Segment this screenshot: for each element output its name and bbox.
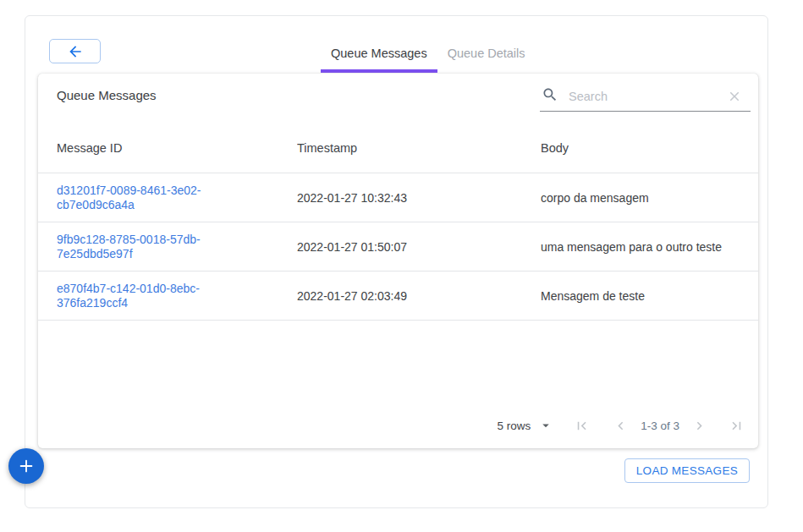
- last-page-icon: [729, 418, 745, 434]
- column-header-timestamp: Timestamp: [297, 141, 541, 155]
- last-page-button[interactable]: [729, 418, 745, 434]
- timestamp-cell: 2022-01-27 02:03:49: [297, 289, 541, 303]
- rows-per-page-select[interactable]: 5 rows: [497, 418, 553, 433]
- tab-label: Queue Messages: [331, 47, 427, 60]
- first-page-icon: [574, 418, 590, 434]
- prev-page-button[interactable]: [613, 418, 629, 434]
- tab-bar: Queue Messages Queue Details: [321, 40, 536, 73]
- table-row: e870f4b7-c142-01d0-8ebc-376fa219ccf4 202…: [38, 271, 758, 321]
- add-message-fab[interactable]: [8, 448, 44, 484]
- column-header-body: Body: [541, 141, 758, 155]
- search-icon: [542, 86, 558, 107]
- table-header: Message ID Timestamp Body: [38, 123, 758, 173]
- body-cell: corpo da mensagem: [541, 191, 758, 205]
- message-id-link[interactable]: d31201f7-0089-8461-3e02-cb7e0d9c6a4a: [57, 184, 231, 212]
- plus-icon: [17, 457, 36, 475]
- column-header-message-id: Message ID: [38, 141, 297, 155]
- timestamp-cell: 2022-01-27 10:32:43: [297, 191, 541, 205]
- tab-label: Queue Details: [448, 47, 525, 60]
- back-button[interactable]: [49, 39, 101, 63]
- queue-messages-card: Queue Messages Message ID Timestamp Body…: [38, 74, 758, 448]
- search-box: [540, 85, 751, 112]
- body-cell: uma mensagem para o outro teste: [541, 240, 758, 254]
- chevron-right-icon: [691, 418, 707, 434]
- body-cell: Mensagem de teste: [541, 289, 758, 303]
- search-input[interactable]: [569, 90, 727, 107]
- chevron-left-icon: [613, 418, 629, 434]
- dropdown-caret-icon: [538, 418, 553, 433]
- card-title: Queue Messages: [57, 87, 157, 104]
- queue-panel: Queue Messages Queue Details Queue Messa…: [25, 15, 768, 508]
- next-page-button[interactable]: [691, 418, 707, 434]
- load-messages-button[interactable]: LOAD MESSAGES: [624, 458, 750, 483]
- message-id-link[interactable]: e870f4b7-c142-01d0-8ebc-376fa219ccf4: [57, 282, 231, 310]
- table-row: d31201f7-0089-8461-3e02-cb7e0d9c6a4a 202…: [38, 173, 758, 222]
- tab-queue-details[interactable]: Queue Details: [437, 40, 536, 73]
- tab-queue-messages[interactable]: Queue Messages: [321, 40, 437, 73]
- first-page-button[interactable]: [574, 418, 590, 434]
- clear-search-icon[interactable]: [727, 89, 742, 104]
- arrow-left-icon: [67, 43, 84, 60]
- rows-per-page-label: 5 rows: [497, 420, 531, 432]
- table-body: d31201f7-0089-8461-3e02-cb7e0d9c6a4a 202…: [38, 173, 758, 321]
- page-range-label: 1-3 of 3: [641, 420, 679, 432]
- table-row: 9fb9c128-8785-0018-57db-7e25dbd5e97f 202…: [38, 222, 758, 271]
- pagination: 5 rows 1-3 of 3: [497, 414, 745, 436]
- timestamp-cell: 2022-01-27 01:50:07: [297, 240, 541, 254]
- message-id-link[interactable]: 9fb9c128-8785-0018-57db-7e25dbd5e97f: [57, 233, 231, 261]
